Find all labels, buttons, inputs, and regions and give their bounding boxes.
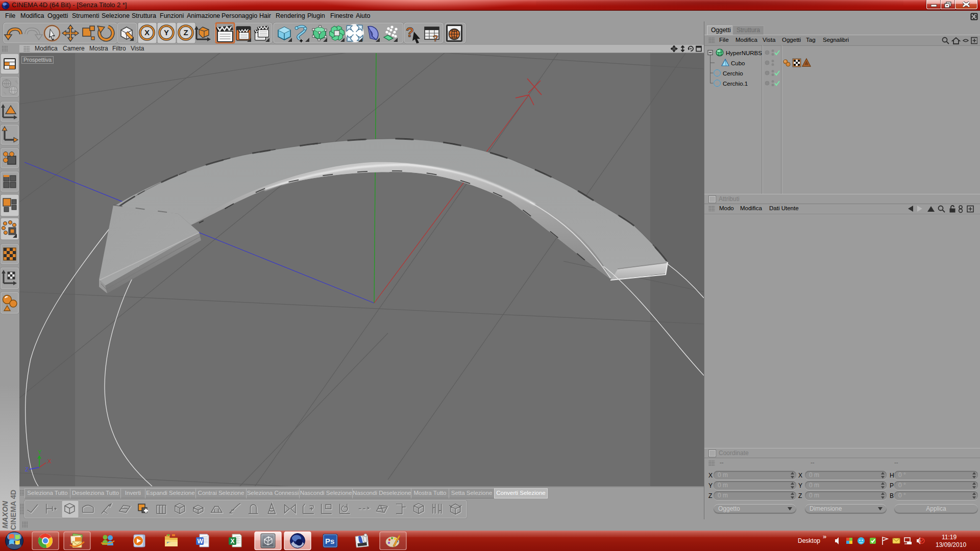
svg-text:X: X (144, 28, 150, 37)
svg-text:X: X (231, 538, 235, 545)
svg-text:CINEMA 4D: CINEMA 4D (9, 490, 17, 530)
svg-text:Y: Y (164, 28, 169, 37)
svg-text:W: W (198, 538, 204, 545)
svg-text:X: X (47, 458, 52, 464)
svg-text:Y: Y (38, 449, 42, 455)
svg-text:Cubo: Cubo (731, 60, 745, 66)
svg-text:Cerchio: Cerchio (723, 70, 743, 77)
svg-text:HyperNURBS: HyperNURBS (726, 50, 762, 56)
svg-text:Ps: Ps (325, 537, 334, 545)
svg-text:?: ? (433, 34, 438, 43)
svg-text:MAXON: MAXON (1, 501, 9, 529)
svg-text:Z: Z (25, 466, 29, 472)
svg-text:Z: Z (183, 28, 188, 37)
svg-text:Cerchio.1: Cerchio.1 (723, 81, 748, 87)
svg-text:?: ? (406, 24, 414, 40)
